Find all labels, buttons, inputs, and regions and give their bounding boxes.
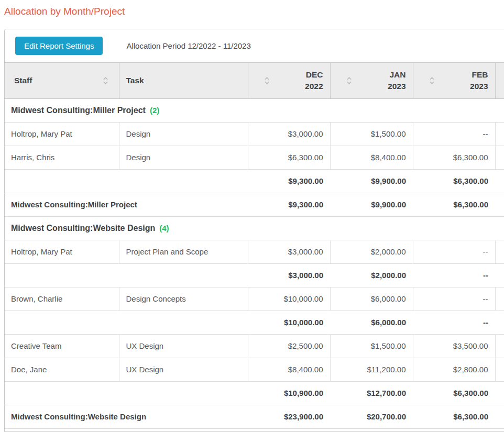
empty-cell bbox=[5, 169, 119, 193]
sort-chevrons-icon[interactable] bbox=[264, 76, 270, 85]
column-header-task-label: Task bbox=[126, 76, 144, 85]
empty-cell bbox=[495, 263, 504, 287]
header-row: StaffTaskDEC2022JAN2023FEB2023 bbox=[5, 63, 504, 98]
month-header-label: JAN2023 bbox=[331, 69, 413, 92]
empty-cell bbox=[119, 169, 248, 193]
edit-report-settings-button[interactable]: Edit Report Settings bbox=[15, 37, 103, 55]
report-toolbar: Edit Report Settings Allocation Period 1… bbox=[5, 29, 504, 63]
subtotal-amount-cell: -- bbox=[413, 263, 495, 287]
group-header-row: Midwest Consulting:Website Design(4) bbox=[5, 216, 504, 240]
table-row: Holtrop, Mary PatProject Plan and Scope$… bbox=[5, 240, 504, 263]
amount-cell: $3,000.00 bbox=[248, 240, 330, 263]
sort-chevrons-icon[interactable] bbox=[346, 76, 352, 85]
column-header-month-dec[interactable]: DEC2022 bbox=[248, 63, 330, 98]
subtotal-amount-cell: $2,000.00 bbox=[330, 263, 413, 287]
empty-cell bbox=[495, 311, 504, 334]
empty-cell bbox=[5, 311, 119, 334]
subtotal-amount-cell: -- bbox=[413, 311, 495, 334]
subtotal-amount-cell: $3,000.00 bbox=[248, 263, 330, 287]
empty-cell bbox=[5, 381, 119, 405]
staff-cell: Harris, Chris bbox=[5, 146, 119, 169]
group-header-row: Midwest Consulting:Miller Project(2) bbox=[5, 98, 504, 122]
subtotal-row: $3,000.00$2,000.00-- bbox=[5, 263, 504, 287]
project-total-row: Midwest Consulting:Miller Project$9,300.… bbox=[5, 193, 504, 216]
table-row: Harris, ChrisDesign$6,300.00$8,400.00$6,… bbox=[5, 146, 504, 169]
column-header-next-month-cutoff bbox=[495, 63, 504, 98]
staff-cell: Creative Team bbox=[5, 334, 119, 358]
project-total-amount-cell: $20,700.00 bbox=[330, 405, 413, 428]
group-count: (4) bbox=[155, 224, 169, 232]
column-header-task: Task bbox=[119, 63, 248, 98]
allocation-table-body: Midwest Consulting:Miller Project(2)Holt… bbox=[5, 98, 504, 428]
empty-cell bbox=[495, 334, 504, 358]
empty-cell bbox=[495, 193, 504, 216]
subtotal-amount-cell: $10,900.00 bbox=[248, 381, 330, 405]
project-total-label: Midwest Consulting:Miller Project bbox=[5, 193, 248, 216]
subtotal-amount-cell: $9,300.00 bbox=[248, 169, 330, 193]
amount-cell: -- bbox=[413, 287, 495, 311]
column-header-month-feb[interactable]: FEB2023 bbox=[413, 63, 495, 98]
amount-cell: $2,800.00 bbox=[413, 358, 495, 381]
staff-cell: Holtrop, Mary Pat bbox=[5, 122, 119, 146]
empty-cell bbox=[119, 381, 248, 405]
amount-cell: $6,000.00 bbox=[330, 287, 413, 311]
amount-cell: $2,500.00 bbox=[248, 334, 330, 358]
subtotal-amount-cell: $6,000.00 bbox=[330, 311, 413, 334]
sort-chevrons-icon[interactable] bbox=[103, 76, 108, 85]
allocation-period-label: Allocation Period 12/2022 - 11/2023 bbox=[126, 41, 250, 50]
empty-cell bbox=[119, 311, 248, 334]
empty-cell bbox=[495, 358, 504, 381]
column-header-month-jan[interactable]: JAN2023 bbox=[330, 63, 413, 98]
project-total-amount-cell: $6,300.00 bbox=[413, 405, 495, 428]
page-title: Allocation by Month/Project bbox=[4, 6, 504, 17]
task-cell: Design bbox=[119, 146, 248, 169]
task-cell: UX Design bbox=[119, 358, 248, 381]
column-header-staff[interactable]: Staff bbox=[5, 63, 119, 98]
project-total-label: Midwest Consulting:Website Design bbox=[5, 405, 248, 428]
amount-cell: $10,000.00 bbox=[248, 287, 330, 311]
empty-cell bbox=[495, 240, 504, 263]
amount-cell: $8,400.00 bbox=[248, 358, 330, 381]
project-total-amount-cell: $6,300.00 bbox=[413, 193, 495, 216]
sort-chevrons-icon[interactable] bbox=[429, 76, 435, 85]
subtotal-amount-cell: $6,300.00 bbox=[413, 381, 495, 405]
empty-cell bbox=[495, 381, 504, 405]
empty-cell bbox=[495, 287, 504, 311]
subtotal-amount-cell: $10,000.00 bbox=[248, 311, 330, 334]
empty-cell bbox=[5, 263, 119, 287]
project-total-amount-cell: $9,300.00 bbox=[248, 193, 330, 216]
staff-cell: Doe, Jane bbox=[5, 358, 119, 381]
task-cell: Project Plan and Scope bbox=[119, 240, 248, 263]
month-header-label: DEC2022 bbox=[248, 69, 330, 92]
subtotal-row: $10,900.00$12,700.00$6,300.00 bbox=[5, 381, 504, 405]
amount-cell: $1,500.00 bbox=[330, 122, 413, 146]
amount-cell: $6,300.00 bbox=[413, 146, 495, 169]
project-total-amount-cell: $9,900.00 bbox=[330, 193, 413, 216]
subtotal-amount-cell: $9,900.00 bbox=[330, 169, 413, 193]
amount-cell: $6,300.00 bbox=[248, 146, 330, 169]
amount-cell: -- bbox=[413, 240, 495, 263]
amount-cell: $11,200.00 bbox=[330, 358, 413, 381]
group-label: Midwest Consulting:Miller Project bbox=[11, 106, 146, 115]
project-total-amount-cell: $23,900.00 bbox=[248, 405, 330, 428]
empty-cell bbox=[119, 263, 248, 287]
amount-cell: $3,000.00 bbox=[248, 122, 330, 146]
empty-cell bbox=[495, 122, 504, 146]
task-cell: UX Design bbox=[119, 334, 248, 358]
subtotal-amount-cell: $6,300.00 bbox=[413, 169, 495, 193]
amount-cell: $1,500.00 bbox=[330, 334, 413, 358]
amount-cell: -- bbox=[413, 122, 495, 146]
allocation-table-header: StaffTaskDEC2022JAN2023FEB2023 bbox=[5, 63, 504, 98]
empty-cell bbox=[495, 405, 504, 428]
table-row: Doe, JaneUX Design$8,400.00$11,200.00$2,… bbox=[5, 358, 504, 381]
column-header-staff-label: Staff bbox=[14, 76, 32, 85]
report-panel: Edit Report Settings Allocation Period 1… bbox=[4, 29, 504, 432]
subtotal-row: $9,300.00$9,900.00$6,300.00 bbox=[5, 169, 504, 193]
allocation-table: StaffTaskDEC2022JAN2023FEB2023 Midwest C… bbox=[5, 63, 504, 429]
empty-cell bbox=[495, 146, 504, 169]
group-count: (2) bbox=[146, 106, 159, 115]
subtotal-row: $10,000.00$6,000.00-- bbox=[5, 311, 504, 334]
project-total-row: Midwest Consulting:Website Design$23,900… bbox=[5, 405, 504, 428]
empty-cell bbox=[495, 169, 504, 193]
table-row: Holtrop, Mary PatDesign$3,000.00$1,500.0… bbox=[5, 122, 504, 146]
